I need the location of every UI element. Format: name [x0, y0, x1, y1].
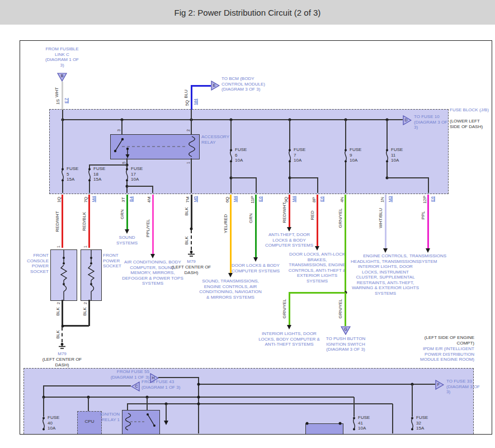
- dest-sound-systems: SOUND SYSTEMS: [111, 235, 143, 246]
- from-fusible-link-label: FROM FUSIBLE LINK C (DIAGRAM 1 OF 3): [45, 46, 79, 68]
- terminal-1s: 1S: [55, 99, 60, 105]
- terminal-code-link-e7[interactable]: E7: [64, 98, 69, 103]
- wire-color-label: GRN/YEL: [338, 299, 343, 318]
- terminal-5q: 5Q: [185, 100, 190, 106]
- fuse-block-name: FUSE BLOCK (J/B): [450, 107, 489, 113]
- line: [88, 397, 89, 411]
- ground-m79: M79: [51, 351, 73, 357]
- relay-pin-2: 2: [186, 129, 190, 131]
- wire-color-label: WHT/BLU: [378, 208, 383, 228]
- wire-color-label: WHT: [54, 87, 59, 97]
- wire-blu: [191, 85, 211, 87]
- fuse-5-label: FUSE 5 15A: [67, 166, 78, 182]
- fuse-block-location: (LOWER LEFT SIDE OF DASH): [450, 119, 489, 129]
- dest-door-locks: DOOR LOCKS & BODY COMPUTER SYSTEMS: [229, 263, 282, 273]
- wire-color-label: PPL/YEL: [145, 219, 150, 237]
- fuse-17-icon: [124, 168, 130, 182]
- fuse-40-label: FUSE 40 10A: [48, 415, 59, 431]
- bus-line: [199, 384, 435, 385]
- connector-g[interactable]: G: [341, 326, 351, 335]
- connector-h[interactable]: H: [150, 373, 159, 383]
- terminal-code-link[interactable]: M4: [291, 196, 296, 202]
- line: [353, 397, 355, 417]
- ipdm-location: (LEFT SIDE OF ENGINE COMPT): [414, 335, 474, 346]
- to-fuse10-label: TO FUSE 10 (DIAGRAM 3 OF 3): [414, 114, 449, 130]
- wire-blk: [62, 325, 89, 327]
- accessory-relay: [110, 134, 200, 159]
- connector-d[interactable]: D: [403, 115, 412, 125]
- wire-color-label: RED: [310, 211, 315, 220]
- from-fuse43-label: FROM FUSE 43 (DIAGRAM 1 OF 3): [142, 379, 186, 390]
- relay-internals-icon: [111, 135, 199, 159]
- arrow-down-icon: [426, 248, 430, 253]
- terminal-4n: 4N: [340, 197, 345, 202]
- fuse-32-icon: [409, 417, 416, 431]
- wire-color-label: BLU: [183, 89, 188, 98]
- fuse-18-icon: [86, 168, 93, 182]
- connector-e[interactable]: E: [211, 81, 220, 91]
- line: [345, 120, 346, 149]
- terminal-code-link[interactable]: M4: [233, 196, 238, 202]
- terminal-code-link[interactable]: E6: [258, 196, 263, 202]
- fuse-40-icon: [40, 417, 47, 431]
- front-console-power-socket: [50, 249, 77, 301]
- terminal-11p: 11P: [250, 196, 255, 204]
- line: [152, 186, 153, 193]
- line: [191, 158, 192, 193]
- terminal-code-link[interactable]: E6: [319, 196, 324, 202]
- line: [317, 177, 318, 193]
- terminal-code-link-m4[interactable]: M4: [193, 98, 198, 105]
- terminal-8p: 8P: [312, 197, 317, 202]
- wire-color-label: BLK: [55, 330, 60, 338]
- terminal-4m: 4M: [147, 196, 152, 202]
- wire-grn-yel: [345, 195, 346, 293]
- title-bar: Fig 2: Power Distribution Circuit (2 of …: [0, 0, 495, 25]
- line: [89, 181, 90, 193]
- wire-color-label: BLK: [184, 236, 189, 244]
- wire-blk-dashed: [191, 230, 192, 250]
- fuse-41-icon: [351, 417, 357, 431]
- arrow-down-icon: [150, 254, 155, 258]
- connector-c[interactable]: C: [131, 381, 140, 392]
- line: [62, 120, 63, 169]
- line: [345, 162, 346, 193]
- arrow-down-icon: [253, 257, 258, 262]
- wire-grn-yel: [289, 292, 290, 325]
- terminal-code-link[interactable]: M3: [388, 196, 393, 202]
- line: [191, 110, 192, 120]
- fuse-32-label: FUSE 32 15A: [416, 415, 428, 431]
- fuse-7-icon: [286, 149, 293, 163]
- wire-color-label: RED/BLK: [82, 212, 87, 231]
- fuse-41-label: FUSE 41 10A: [358, 415, 370, 431]
- line: [290, 177, 318, 178]
- socket1-pin-bottom: 2: [56, 302, 60, 304]
- terminal-code-link[interactable]: B4: [129, 196, 134, 202]
- relay-internals-icon: [122, 411, 159, 434]
- line: [127, 403, 128, 410]
- connector-g-letter: G: [341, 327, 351, 331]
- front-console-socket-label: FRONT CONSOLE POWER SOCKET: [22, 253, 49, 274]
- ground-icon: [58, 343, 66, 350]
- line: [191, 120, 192, 134]
- relay-pin-1: 1: [186, 162, 190, 164]
- dest-anti-theft: ANTI-THEFT, DOOR LOCKS & BODY COMPUTER S…: [262, 232, 316, 248]
- wire-color-label: GRN: [248, 213, 253, 223]
- fuse-18-label: FUSE 18 15A: [93, 166, 105, 182]
- connector-f-letter: F: [434, 383, 443, 386]
- terminal-code-link[interactable]: M4: [91, 196, 96, 202]
- line: [230, 120, 232, 149]
- connector-f[interactable]: F: [435, 380, 444, 390]
- connector-b[interactable]: B: [57, 73, 67, 82]
- junction-dot: [306, 422, 309, 425]
- connector-e-letter: E: [210, 83, 219, 87]
- line: [62, 181, 63, 193]
- terminal-code-link[interactable]: E6: [430, 196, 435, 202]
- fuse-17-label: FUSE 17 10A: [131, 166, 143, 182]
- wire-blk: [88, 300, 90, 326]
- line: [62, 110, 63, 120]
- terminal-code-link[interactable]: M5: [193, 196, 198, 202]
- fuse-11-icon: [384, 149, 390, 163]
- fuse-9-icon: [342, 149, 349, 163]
- wire-red: [317, 195, 318, 246]
- fuse-5-icon: [59, 168, 66, 182]
